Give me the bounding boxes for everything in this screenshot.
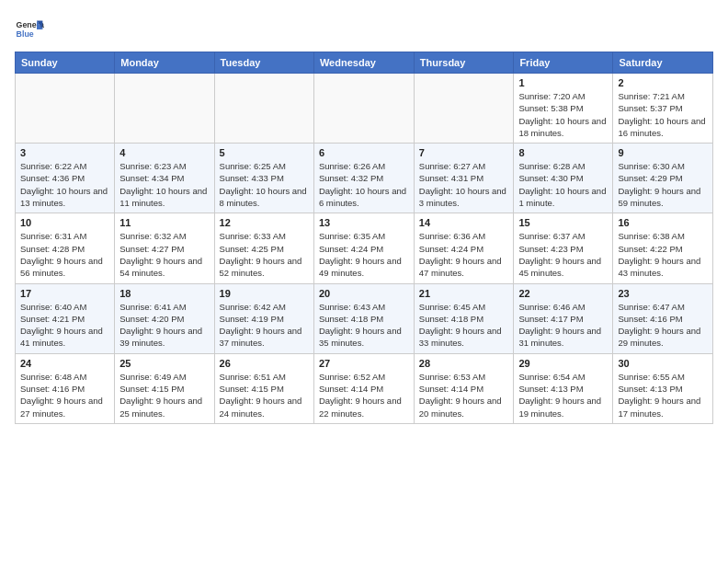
day-number: 21	[419, 288, 509, 299]
day-number: 15	[518, 217, 608, 228]
day-info: Sunrise: 6:55 AM Sunset: 4:13 PM Dayligh…	[618, 371, 708, 419]
day-number: 6	[319, 147, 409, 158]
day-info: Sunrise: 6:26 AM Sunset: 4:32 PM Dayligh…	[319, 160, 409, 209]
calendar-cell: 9Sunrise: 6:30 AM Sunset: 4:29 PM Daylig…	[613, 144, 713, 213]
day-info: Sunrise: 6:48 AM Sunset: 4:16 PM Dayligh…	[20, 371, 109, 419]
calendar-cell: 4Sunrise: 6:23 AM Sunset: 4:34 PM Daylig…	[115, 144, 214, 213]
calendar-cell: 1Sunrise: 7:20 AM Sunset: 5:38 PM Daylig…	[514, 74, 613, 144]
week-row-1: 1Sunrise: 7:20 AM Sunset: 5:38 PM Daylig…	[16, 74, 713, 144]
day-number: 8	[518, 147, 608, 158]
calendar-cell: 20Sunrise: 6:43 AM Sunset: 4:18 PM Dayli…	[313, 283, 414, 353]
calendar-cell: 18Sunrise: 6:41 AM Sunset: 4:20 PM Dayli…	[115, 283, 214, 353]
day-info: Sunrise: 6:33 AM Sunset: 4:25 PM Dayligh…	[220, 230, 309, 279]
day-header-wednesday: Wednesday	[313, 52, 414, 74]
calendar-cell: 21Sunrise: 6:45 AM Sunset: 4:18 PM Dayli…	[414, 283, 514, 353]
day-header-tuesday: Tuesday	[214, 52, 313, 74]
calendar-cell: 3Sunrise: 6:22 AM Sunset: 4:36 PM Daylig…	[16, 144, 115, 213]
day-number: 29	[518, 358, 608, 369]
day-number: 1	[518, 77, 608, 88]
calendar-cell: 25Sunrise: 6:49 AM Sunset: 4:15 PM Dayli…	[115, 353, 214, 423]
day-number: 3	[20, 147, 109, 158]
logo-icon: General Blue	[15, 15, 44, 44]
calendar-cell	[313, 74, 414, 144]
calendar-cell: 29Sunrise: 6:54 AM Sunset: 4:13 PM Dayli…	[514, 353, 613, 423]
calendar-cell	[414, 74, 514, 144]
calendar-cell: 11Sunrise: 6:32 AM Sunset: 4:27 PM Dayli…	[115, 213, 214, 283]
day-info: Sunrise: 6:30 AM Sunset: 4:29 PM Dayligh…	[618, 160, 708, 209]
day-number: 13	[319, 217, 409, 228]
calendar-cell: 12Sunrise: 6:33 AM Sunset: 4:25 PM Dayli…	[214, 213, 313, 283]
calendar-cell	[16, 74, 115, 144]
calendar-cell: 24Sunrise: 6:48 AM Sunset: 4:16 PM Dayli…	[16, 353, 115, 423]
week-row-4: 17Sunrise: 6:40 AM Sunset: 4:21 PM Dayli…	[16, 283, 713, 353]
calendar-cell: 27Sunrise: 6:52 AM Sunset: 4:14 PM Dayli…	[313, 353, 414, 423]
calendar-cell: 6Sunrise: 6:26 AM Sunset: 4:32 PM Daylig…	[313, 144, 414, 213]
day-header-thursday: Thursday	[414, 52, 514, 74]
day-header-monday: Monday	[115, 52, 214, 74]
calendar-cell: 26Sunrise: 6:51 AM Sunset: 4:15 PM Dayli…	[214, 353, 313, 423]
day-info: Sunrise: 6:28 AM Sunset: 4:30 PM Dayligh…	[518, 160, 608, 209]
day-info: Sunrise: 6:36 AM Sunset: 4:24 PM Dayligh…	[419, 230, 509, 279]
day-info: Sunrise: 6:45 AM Sunset: 4:18 PM Dayligh…	[419, 301, 509, 350]
day-header-saturday: Saturday	[613, 52, 713, 74]
day-number: 7	[419, 147, 509, 158]
calendar-cell: 30Sunrise: 6:55 AM Sunset: 4:13 PM Dayli…	[613, 353, 713, 423]
logo: General Blue	[15, 15, 44, 44]
day-info: Sunrise: 6:42 AM Sunset: 4:19 PM Dayligh…	[220, 301, 309, 350]
day-number: 30	[618, 358, 708, 369]
day-info: Sunrise: 6:43 AM Sunset: 4:18 PM Dayligh…	[319, 301, 409, 350]
day-number: 17	[20, 288, 109, 299]
day-info: Sunrise: 6:25 AM Sunset: 4:33 PM Dayligh…	[220, 160, 309, 209]
day-number: 25	[119, 358, 209, 369]
day-info: Sunrise: 6:53 AM Sunset: 4:14 PM Dayligh…	[419, 371, 509, 419]
day-number: 11	[119, 217, 209, 228]
day-info: Sunrise: 6:31 AM Sunset: 4:28 PM Dayligh…	[20, 230, 109, 279]
calendar-header-row: SundayMondayTuesdayWednesdayThursdayFrid…	[16, 52, 713, 74]
day-number: 2	[618, 77, 708, 88]
calendar-cell: 10Sunrise: 6:31 AM Sunset: 4:28 PM Dayli…	[16, 213, 115, 283]
calendar-cell: 28Sunrise: 6:53 AM Sunset: 4:14 PM Dayli…	[414, 353, 514, 423]
calendar-cell: 15Sunrise: 6:37 AM Sunset: 4:23 PM Dayli…	[514, 213, 613, 283]
day-number: 20	[319, 288, 409, 299]
day-info: Sunrise: 6:54 AM Sunset: 4:13 PM Dayligh…	[518, 371, 608, 419]
day-info: Sunrise: 6:51 AM Sunset: 4:15 PM Dayligh…	[220, 371, 309, 419]
day-number: 9	[618, 147, 708, 158]
day-number: 5	[220, 147, 309, 158]
day-info: Sunrise: 6:35 AM Sunset: 4:24 PM Dayligh…	[319, 230, 409, 279]
day-number: 4	[119, 147, 209, 158]
day-number: 27	[319, 358, 409, 369]
day-info: Sunrise: 6:41 AM Sunset: 4:20 PM Dayligh…	[119, 301, 209, 350]
day-info: Sunrise: 6:52 AM Sunset: 4:14 PM Dayligh…	[319, 371, 409, 419]
day-number: 28	[419, 358, 509, 369]
day-number: 23	[618, 288, 708, 299]
calendar-cell: 22Sunrise: 6:46 AM Sunset: 4:17 PM Dayli…	[514, 283, 613, 353]
day-number: 19	[220, 288, 309, 299]
day-info: Sunrise: 6:47 AM Sunset: 4:16 PM Dayligh…	[618, 301, 708, 350]
day-info: Sunrise: 6:27 AM Sunset: 4:31 PM Dayligh…	[419, 160, 509, 209]
day-info: Sunrise: 6:37 AM Sunset: 4:23 PM Dayligh…	[518, 230, 608, 279]
calendar-cell: 17Sunrise: 6:40 AM Sunset: 4:21 PM Dayli…	[16, 283, 115, 353]
calendar-cell: 7Sunrise: 6:27 AM Sunset: 4:31 PM Daylig…	[414, 144, 514, 213]
day-header-friday: Friday	[514, 52, 613, 74]
calendar-cell: 16Sunrise: 6:38 AM Sunset: 4:22 PM Dayli…	[613, 213, 713, 283]
calendar-cell: 2Sunrise: 7:21 AM Sunset: 5:37 PM Daylig…	[613, 74, 713, 144]
calendar-cell: 8Sunrise: 6:28 AM Sunset: 4:30 PM Daylig…	[514, 144, 613, 213]
day-number: 18	[119, 288, 209, 299]
calendar-cell	[115, 74, 214, 144]
calendar-cell	[214, 74, 313, 144]
day-info: Sunrise: 6:40 AM Sunset: 4:21 PM Dayligh…	[20, 301, 109, 350]
day-header-sunday: Sunday	[16, 52, 115, 74]
day-number: 16	[618, 217, 708, 228]
day-info: Sunrise: 6:49 AM Sunset: 4:15 PM Dayligh…	[119, 371, 209, 419]
week-row-3: 10Sunrise: 6:31 AM Sunset: 4:28 PM Dayli…	[16, 213, 713, 283]
day-info: Sunrise: 7:21 AM Sunset: 5:37 PM Dayligh…	[618, 90, 708, 139]
week-row-2: 3Sunrise: 6:22 AM Sunset: 4:36 PM Daylig…	[16, 144, 713, 213]
calendar: SundayMondayTuesdayWednesdayThursdayFrid…	[15, 52, 713, 424]
day-number: 24	[20, 358, 109, 369]
day-number: 12	[220, 217, 309, 228]
day-info: Sunrise: 6:38 AM Sunset: 4:22 PM Dayligh…	[618, 230, 708, 279]
calendar-cell: 23Sunrise: 6:47 AM Sunset: 4:16 PM Dayli…	[613, 283, 713, 353]
day-info: Sunrise: 6:22 AM Sunset: 4:36 PM Dayligh…	[20, 160, 109, 209]
header: General Blue	[15, 15, 713, 44]
calendar-cell: 19Sunrise: 6:42 AM Sunset: 4:19 PM Dayli…	[214, 283, 313, 353]
